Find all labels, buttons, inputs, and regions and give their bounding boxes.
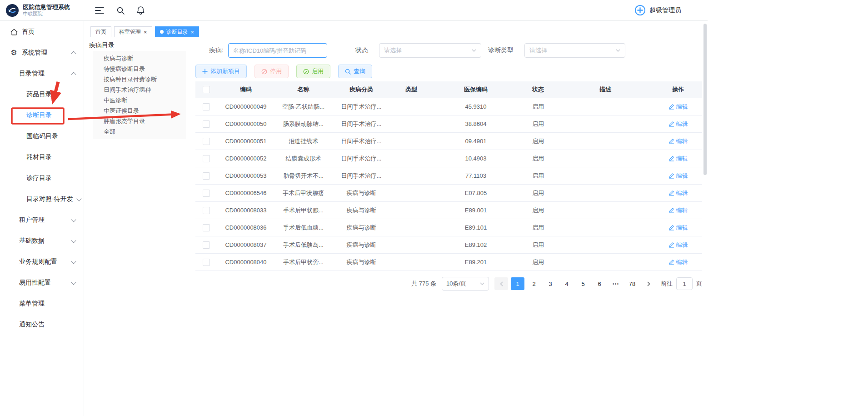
- edit-button[interactable]: 编辑: [668, 120, 688, 128]
- cell-insurance-code: 10.4903: [432, 155, 519, 162]
- col-header-code[interactable]: 编码: [217, 85, 274, 94]
- page-ellipsis[interactable]: •••: [609, 277, 623, 290]
- tab-diagnosis-catalog[interactable]: 诊断目录 ×: [155, 26, 200, 37]
- notification-bell-icon[interactable]: [137, 6, 145, 15]
- collapse-menu-icon[interactable]: [95, 7, 104, 14]
- close-icon[interactable]: ×: [191, 29, 195, 35]
- select-all-checkbox[interactable]: [203, 86, 210, 93]
- sidebar-item-treatment-catalog[interactable]: 诊疗目录: [0, 168, 84, 189]
- status-select[interactable]: 请选择: [379, 43, 481, 58]
- button-label: 查询: [354, 67, 365, 75]
- add-item-button[interactable]: 添加新项目: [195, 65, 247, 78]
- sidebar-item-consumable-catalog[interactable]: 耗材目录: [0, 147, 84, 168]
- col-header-actions[interactable]: 操作: [654, 85, 702, 94]
- col-header-status[interactable]: 状态: [519, 85, 557, 94]
- edit-button[interactable]: 编辑: [668, 137, 688, 145]
- close-icon[interactable]: ×: [144, 29, 147, 35]
- edit-button[interactable]: 编辑: [668, 241, 688, 249]
- tree-item[interactable]: 中医诊断: [93, 95, 186, 105]
- sidebar-item-home[interactable]: 首页: [0, 21, 84, 42]
- tab-dept-management[interactable]: 科室管理 ×: [114, 26, 152, 37]
- cell-status: 启用: [519, 155, 557, 163]
- sidebar-item-notice[interactable]: 通知公告: [0, 314, 84, 335]
- sidebar-item-business-rules[interactable]: 业务规则配置: [0, 251, 84, 272]
- edit-button[interactable]: 编辑: [668, 224, 688, 232]
- edit-button[interactable]: 编辑: [668, 155, 688, 163]
- page-button-2[interactable]: 2: [527, 277, 541, 290]
- cell-name: 手术后甲状腺瘘: [274, 189, 332, 197]
- edit-button[interactable]: 编辑: [668, 189, 688, 197]
- edit-button[interactable]: 编辑: [668, 172, 688, 180]
- chevron-down-icon: [71, 259, 76, 264]
- tree-item[interactable]: 疾病与诊断: [93, 53, 186, 64]
- sidebar-item-diagnosis-catalog[interactable]: 诊断目录: [0, 105, 84, 126]
- row-checkbox[interactable]: [203, 172, 210, 180]
- cell-status: 启用: [519, 103, 557, 111]
- sidebar-item-catalog-mapping[interactable]: 目录对照-待开发: [0, 189, 84, 210]
- chevron-up-icon: [71, 51, 76, 56]
- chevron-down-icon: [71, 238, 76, 243]
- row-checkbox[interactable]: [203, 155, 210, 162]
- row-checkbox[interactable]: [203, 224, 210, 231]
- row-checkbox[interactable]: [203, 259, 210, 266]
- tree-item[interactable]: 按病种目录付费诊断: [93, 74, 186, 85]
- page-button-5[interactable]: 5: [576, 277, 590, 290]
- col-header-insurance-code[interactable]: 医保编码: [432, 85, 519, 94]
- sidebar-item-label: 通知公告: [19, 321, 45, 329]
- col-header-name[interactable]: 名称: [274, 85, 332, 94]
- row-checkbox[interactable]: [203, 190, 210, 197]
- button-label: 停用: [270, 67, 282, 75]
- row-checkbox[interactable]: [203, 138, 210, 145]
- hospital-name: 中联医院: [23, 11, 70, 17]
- prev-page-button[interactable]: [494, 277, 508, 290]
- vertical-scrollbar[interactable]: [703, 24, 707, 175]
- tree-item[interactable]: 全部: [93, 126, 186, 137]
- sidebar-item-tenant[interactable]: 租户管理: [0, 210, 84, 231]
- disease-search-input[interactable]: [228, 43, 327, 58]
- col-header-type[interactable]: 类型: [390, 85, 432, 94]
- page-size-select[interactable]: 10条/页: [442, 277, 489, 291]
- edit-button[interactable]: 编辑: [668, 258, 688, 266]
- page-button-4[interactable]: 4: [560, 277, 574, 290]
- sidebar-item-catalog[interactable]: 目录管理: [0, 63, 84, 84]
- page-button-1[interactable]: 1: [511, 277, 524, 290]
- sidebar-item-usability[interactable]: 易用性配置: [0, 272, 84, 293]
- sidebar-item-menu-management[interactable]: 菜单管理: [0, 293, 84, 314]
- sidebar-item-national-code-catalog[interactable]: 国临码目录: [0, 126, 84, 147]
- user-menu[interactable]: 超级管理员: [634, 5, 681, 16]
- row-checkbox[interactable]: [203, 207, 210, 214]
- table-row: CD0000000051 泪道挂线术 日间手术治疗... 09.4901 启用 …: [195, 133, 702, 150]
- table-row: CD0000000053 肋骨切开术不... 日间手术治疗... 77.1103…: [195, 167, 702, 185]
- col-header-category[interactable]: 疾病分类: [332, 85, 390, 94]
- edit-button[interactable]: 编辑: [668, 103, 688, 111]
- enable-button[interactable]: 启用: [296, 65, 330, 78]
- search-icon[interactable]: [116, 6, 125, 15]
- page-button-6[interactable]: 6: [593, 277, 606, 290]
- diagnosis-type-select[interactable]: 请选择: [524, 43, 625, 58]
- next-page-button[interactable]: [642, 277, 655, 290]
- type-filter-label: 诊断类型: [488, 46, 514, 55]
- user-avatar-icon: [634, 5, 646, 16]
- row-checkbox[interactable]: [203, 120, 210, 128]
- goto-label: 前往: [661, 280, 673, 288]
- sidebar-item-basic-data[interactable]: 基础数据: [0, 231, 84, 251]
- tree-item[interactable]: 中医证候目录: [93, 105, 186, 116]
- query-button[interactable]: 查询: [338, 65, 372, 78]
- edit-icon: [668, 190, 674, 196]
- tree-title[interactable]: 疾病目录: [89, 41, 115, 50]
- page-button-3[interactable]: 3: [544, 277, 557, 290]
- row-checkbox[interactable]: [203, 241, 210, 249]
- tree-item[interactable]: 日间手术治疗病种: [93, 85, 186, 95]
- tree-item[interactable]: 特慢病诊断目录: [93, 64, 186, 74]
- row-checkbox[interactable]: [203, 103, 210, 110]
- goto-page-input[interactable]: [676, 277, 693, 290]
- disable-button[interactable]: 停用: [254, 65, 289, 78]
- sidebar-item-system[interactable]: ⚙ 系统管理: [0, 42, 84, 63]
- tree-item[interactable]: 肿瘤形态学目录: [93, 116, 186, 126]
- sidebar-item-drug-catalog[interactable]: 药品目录: [0, 84, 84, 105]
- col-header-description[interactable]: 描述: [557, 85, 654, 94]
- page-button-78[interactable]: 78: [625, 277, 639, 290]
- tab-home[interactable]: 首页: [90, 26, 111, 37]
- edit-button[interactable]: 编辑: [668, 206, 688, 215]
- cell-status: 启用: [519, 137, 557, 145]
